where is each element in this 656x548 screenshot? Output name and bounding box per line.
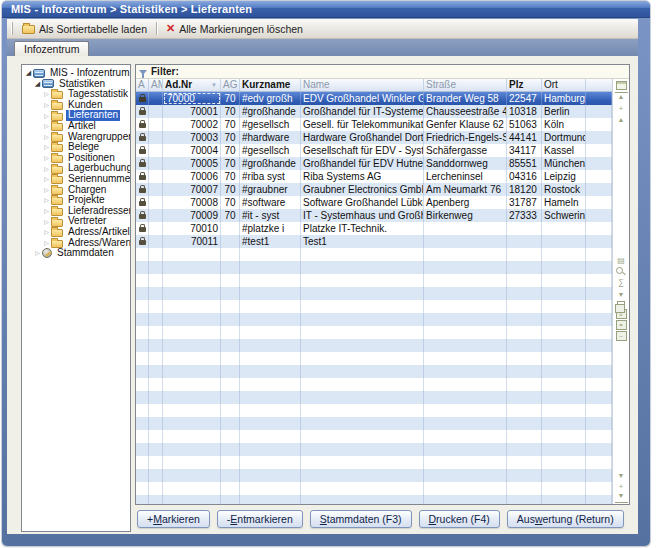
column-header-a[interactable]: A bbox=[136, 79, 149, 91]
expander-closed-icon[interactable]: ▷ bbox=[42, 185, 51, 195]
tree-item-adress-artikel[interactable]: ▷Adress/Artikel bbox=[22, 227, 130, 238]
expander-closed-icon[interactable]: ▷ bbox=[42, 238, 51, 248]
table-row[interactable]: 7000170#großhandeGroßhandel für IT-Syste… bbox=[136, 105, 612, 118]
empty-row[interactable] bbox=[136, 417, 612, 430]
tree-item-stammdaten[interactable]: ▷Stammdaten bbox=[22, 248, 130, 259]
empty-row[interactable] bbox=[136, 430, 612, 443]
cell-kurzname: #gesellsch bbox=[240, 144, 301, 157]
tree-item-artikel[interactable]: ▷Artikel bbox=[22, 121, 130, 132]
empty-row[interactable] bbox=[136, 300, 612, 313]
expander-closed-icon[interactable]: ▷ bbox=[42, 132, 51, 142]
empty-row[interactable] bbox=[136, 482, 612, 495]
empty-row[interactable] bbox=[136, 378, 612, 391]
expander-closed-icon[interactable]: ▷ bbox=[42, 111, 51, 121]
sum-icon[interactable]: ∑ bbox=[615, 277, 628, 289]
cell-filler bbox=[586, 378, 612, 391]
table-row[interactable]: 70011#test1Test1 bbox=[136, 235, 612, 248]
empty-row[interactable] bbox=[136, 391, 612, 404]
cell-empty bbox=[163, 313, 221, 326]
action-button-auswertung-return[interactable]: Auswertung (Return) bbox=[507, 510, 624, 528]
line-down-icon[interactable]: ▼ bbox=[615, 470, 628, 481]
action-button-drucken-f4[interactable]: Drucken (F4) bbox=[419, 510, 500, 528]
expander-closed-icon[interactable]: ▷ bbox=[33, 248, 42, 258]
expander-closed-icon[interactable]: ▷ bbox=[42, 206, 51, 216]
table-row[interactable]: 7000870#softwareSoftware Großhandel Lübk… bbox=[136, 196, 612, 209]
row-height-3-icon[interactable]: – bbox=[616, 331, 627, 341]
column-header-name[interactable]: Name bbox=[301, 79, 424, 91]
empty-row[interactable] bbox=[136, 248, 612, 261]
column-chooser-icon[interactable] bbox=[616, 81, 627, 90]
table-row[interactable]: 70010#platzke iPlatzke IT-Technik. bbox=[136, 222, 612, 235]
empty-row[interactable] bbox=[136, 352, 612, 365]
grid-views-icon[interactable]: ▤ bbox=[615, 255, 628, 267]
empty-row[interactable] bbox=[136, 274, 612, 287]
scroll-to-top-icon[interactable]: ▲ bbox=[615, 92, 628, 103]
column-header-ag[interactable]: AG bbox=[221, 79, 240, 91]
filter-funnel-icon[interactable]: ▼ bbox=[615, 289, 628, 300]
expander-closed-icon[interactable]: ▷ bbox=[42, 89, 51, 99]
empty-row[interactable] bbox=[136, 339, 612, 352]
copy-icon[interactable] bbox=[617, 301, 625, 308]
cell-ag: 70 bbox=[221, 105, 240, 118]
empty-row[interactable] bbox=[136, 469, 612, 482]
cell-empty bbox=[221, 417, 240, 430]
action-button-entmarkieren[interactable]: - Entmarkieren bbox=[217, 510, 303, 528]
cell-kurzname: #software bbox=[240, 196, 301, 209]
line-up-icon[interactable]: ▲ bbox=[615, 114, 628, 125]
expander-closed-icon[interactable]: ▷ bbox=[42, 164, 51, 174]
cell-ort: Dortmund bbox=[542, 131, 586, 144]
table-row[interactable]: 7000070#edv großhEDV Großhandel Winkler … bbox=[136, 92, 612, 105]
empty-row[interactable] bbox=[136, 456, 612, 469]
expander-open-icon[interactable]: ◢ bbox=[33, 79, 42, 89]
filter-bar[interactable]: Filter: bbox=[136, 65, 629, 79]
empty-row[interactable] bbox=[136, 365, 612, 378]
row-height-2-icon[interactable]: = bbox=[616, 320, 627, 330]
cell-adnr: 70006 bbox=[163, 170, 221, 183]
table-row[interactable]: 7000470#gesellschGesellschaft für EDV - … bbox=[136, 144, 612, 157]
column-header-plz[interactable]: Plz bbox=[507, 79, 542, 91]
table-row[interactable]: 7000670#riba systRiba Systems AGLercheni… bbox=[136, 170, 612, 183]
empty-row[interactable] bbox=[136, 326, 612, 339]
expander-closed-icon[interactable]: ▷ bbox=[42, 227, 51, 237]
action-button-markieren[interactable]: + Markieren bbox=[137, 510, 210, 528]
table-row[interactable]: 7000770#graubnerGraubner Electronics Gmb… bbox=[136, 183, 612, 196]
expander-open-icon[interactable]: ◢ bbox=[24, 68, 33, 78]
tab-band: Infozentrum bbox=[7, 39, 638, 56]
cell-ort: München bbox=[542, 157, 586, 170]
empty-row[interactable] bbox=[136, 313, 612, 326]
column-header-ad-nr[interactable]: Ad.Nr▼ bbox=[163, 79, 221, 91]
column-header-stra-e[interactable]: Straße bbox=[424, 79, 507, 91]
expander-closed-icon[interactable]: ▷ bbox=[42, 195, 51, 205]
expander-closed-icon[interactable]: ▷ bbox=[42, 121, 51, 131]
empty-row[interactable] bbox=[136, 495, 612, 504]
column-header-am[interactable]: AM bbox=[149, 79, 163, 91]
cell-empty bbox=[149, 261, 163, 274]
empty-row[interactable] bbox=[136, 404, 612, 417]
tree-item-mis-infozentrum[interactable]: ◢MIS - Infozentrum bbox=[22, 68, 130, 79]
empty-row[interactable] bbox=[136, 261, 612, 274]
cell-filler bbox=[586, 105, 612, 118]
expander-closed-icon[interactable]: ▷ bbox=[42, 100, 51, 110]
column-header-kurzname[interactable]: Kurzname bbox=[240, 79, 301, 91]
action-button-stammdaten-f3[interactable]: Stammdaten (F3) bbox=[310, 510, 412, 528]
expander-closed-icon[interactable]: ▷ bbox=[42, 153, 51, 163]
scroll-down-icon[interactable]: + bbox=[615, 481, 628, 492]
clear-marks-button[interactable]: ✕ Alle Markierungen löschen bbox=[161, 22, 308, 36]
tree-item-seriennummern[interactable]: ▷Seriennummern bbox=[22, 174, 130, 185]
load-sort-table-button[interactable]: Als Sortiertabelle laden bbox=[17, 22, 152, 36]
table-row[interactable]: 7000570#großhandeGroßhandel für EDV Hutn… bbox=[136, 157, 612, 170]
table-row[interactable]: 7000370#hardwareHardware Großhandel Dort… bbox=[136, 131, 612, 144]
tab-infozentrum[interactable]: Infozentrum bbox=[14, 41, 89, 56]
scroll-to-bottom-icon[interactable]: ▼ bbox=[615, 492, 628, 503]
scroll-up-icon[interactable]: + bbox=[615, 103, 628, 114]
table-row[interactable]: 7000270#gesellschGesell. für Telekommuni… bbox=[136, 118, 612, 131]
expander-closed-icon[interactable]: ▷ bbox=[42, 174, 51, 184]
expander-closed-icon[interactable]: ▷ bbox=[42, 217, 51, 227]
expander-closed-icon[interactable]: ▷ bbox=[42, 142, 51, 152]
search-icon[interactable] bbox=[616, 267, 626, 277]
empty-row[interactable] bbox=[136, 443, 612, 456]
empty-row[interactable] bbox=[136, 287, 612, 300]
column-header-ort[interactable]: Ort bbox=[542, 79, 586, 91]
cell-empty bbox=[163, 287, 221, 300]
table-row[interactable]: 7000970#it - systIT - Systemhaus und Gro… bbox=[136, 209, 612, 222]
